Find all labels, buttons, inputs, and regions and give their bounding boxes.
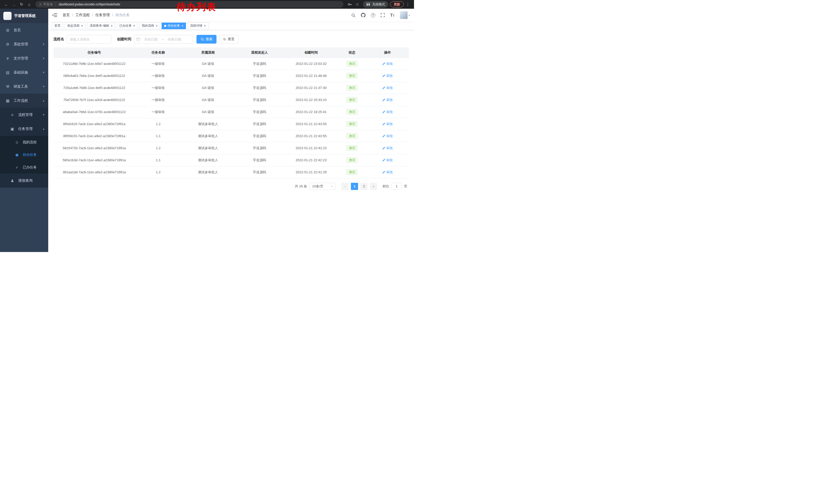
- sidebar-item-todo-tasks[interactable]: ◉ 待办任务: [0, 148, 48, 161]
- sidebar-item-system-management[interactable]: ⚙ 系统管理 ▾: [0, 37, 48, 51]
- page-1-button[interactable]: 1: [351, 183, 358, 190]
- process-name-input[interactable]: [67, 35, 111, 44]
- date-range-picker[interactable]: -: [134, 35, 193, 44]
- cell-task-id: 73211d9d-7b9b-11ec-b5b7-acde48001122: [53, 58, 135, 70]
- approve-link[interactable]: 审批: [382, 122, 393, 126]
- column-header: 任务名称: [135, 47, 181, 58]
- search-icon[interactable]: [351, 13, 356, 17]
- table-row[interactable]: 8f0d1619-7ac8-11ec-a9e2-a2380e71991a 1.2…: [53, 118, 409, 130]
- breadcrumb: 首页 / 工作流程 / 任务管理 / 待办任务: [63, 13, 130, 17]
- table-row[interactable]: 069c6a63-7b8a-11ec-8ef0-acde48001122 一级审…: [53, 70, 409, 82]
- reset-button[interactable]: ↻ 重置: [219, 35, 239, 44]
- browser-menu-icon[interactable]: ⋮: [404, 1, 411, 8]
- home-icon[interactable]: ⌂: [26, 1, 33, 8]
- star-bookmark-icon[interactable]: ☆: [354, 1, 361, 8]
- tab-home[interactable]: 首页: [52, 22, 63, 29]
- approve-link[interactable]: 审批: [382, 86, 393, 90]
- cell-task-name: 1.2: [135, 142, 181, 154]
- back-icon[interactable]: ←: [3, 1, 10, 8]
- cell-task-id: 725a1eb6-7b88-11ec-8ef0-acde48001122: [53, 82, 135, 94]
- forward-icon[interactable]: →: [10, 1, 17, 8]
- table-row[interactable]: 8f059c03-7ac8-11ec-a9e2-a2380e71991a 1.1…: [53, 130, 409, 142]
- sidebar-item-process-management[interactable]: ≡ 流程管理 ▾: [0, 108, 48, 122]
- user-menu[interactable]: ▾: [400, 11, 410, 19]
- cell-created-at: 2022-01-21 22:43:55: [285, 118, 338, 130]
- search-button[interactable]: 搜索: [197, 35, 216, 44]
- approve-link[interactable]: 审批: [382, 146, 393, 150]
- table-row[interactable]: 73211d9d-7b9b-11ec-b5b7-acde48001122 一级审…: [53, 58, 409, 70]
- sidebar-item-done-tasks[interactable]: ✓ 已办任务: [0, 161, 48, 174]
- tab-process-detail[interactable]: 流程详情 ×: [188, 22, 209, 29]
- table-row[interactable]: 381aa1dd-7ac8-11ec-a9e2-a2380e71991a 1.2…: [53, 166, 409, 178]
- cell-task-name: 一级审批: [135, 70, 181, 82]
- approve-link[interactable]: 审批: [382, 98, 393, 102]
- tab-process-form-edit[interactable]: 流程表单-编辑 ×: [87, 22, 115, 29]
- address-bar[interactable]: ⚠ 不安全 dashboard.yudao.iocoder.cn/bpm/tas…: [35, 1, 343, 8]
- approve-link[interactable]: 审批: [382, 158, 393, 163]
- table-row[interactable]: 58154733-7ac8-11ec-a9e2-a2380e71991a 1.2…: [53, 142, 409, 154]
- edit-icon: [382, 98, 385, 101]
- end-date-input[interactable]: [164, 37, 185, 41]
- prev-page-button[interactable]: ‹: [341, 183, 348, 190]
- approve-label: 审批: [386, 134, 393, 138]
- cell-task-id: 8f059c03-7ac8-11ec-a9e2-a2380e71991a: [53, 130, 135, 142]
- github-icon[interactable]: [361, 13, 366, 17]
- table-row[interactable]: a6aba0a4-7b6d-11ec-b781-acde48001122 一级审…: [53, 106, 409, 118]
- sidebar-item-infrastructure[interactable]: ▤ 基础设施 ▾: [0, 65, 48, 80]
- approve-link[interactable]: 审批: [382, 74, 393, 78]
- next-page-button[interactable]: ›: [370, 183, 377, 190]
- question-icon[interactable]: ?: [371, 13, 375, 17]
- chevron-up-icon: ▴: [43, 127, 44, 131]
- cell-created-at: 2022-01-22 20:33:10: [285, 94, 338, 106]
- start-date-input[interactable]: [140, 37, 161, 41]
- close-icon[interactable]: ×: [156, 24, 158, 28]
- table-row[interactable]: 580e1b3d-7ac8-11ec-a9e2-a2380e71991a 1.1…: [53, 154, 409, 166]
- cell-initiator: 芋道源码: [235, 82, 285, 94]
- sidebar-item-leave-query[interactable]: ♟ 请假查询: [0, 174, 48, 188]
- key-icon[interactable]: [346, 1, 353, 8]
- close-icon[interactable]: ×: [204, 24, 206, 28]
- close-icon[interactable]: ×: [111, 24, 113, 28]
- breadcrumb-item[interactable]: 任务管理: [95, 13, 110, 17]
- cell-task-name: 1.1: [135, 154, 181, 166]
- table-row[interactable]: 725a1eb6-7b88-11ec-8ef0-acde48001122 一级审…: [53, 82, 409, 94]
- fullscreen-icon[interactable]: [381, 13, 385, 17]
- approve-label: 审批: [386, 122, 393, 126]
- breadcrumb-item[interactable]: 首页: [63, 13, 70, 17]
- page-size-select[interactable]: 10条/页 ▾: [309, 183, 335, 190]
- sidebar-item-task-management[interactable]: ▣ 任务管理 ▴: [0, 122, 48, 136]
- update-button[interactable]: 更新: [390, 1, 404, 7]
- close-icon[interactable]: ×: [133, 24, 135, 28]
- page-2-button[interactable]: 2: [360, 183, 368, 190]
- sidebar-item-dev-tools[interactable]: ⚒ 研发工具 ▾: [0, 80, 48, 94]
- sidebar-item-home[interactable]: ⊞ 首页: [0, 23, 48, 37]
- edit-icon: [382, 74, 385, 78]
- table-row[interactable]: 75d72608-7b7f-11ec-a3c8-acde48001122 一级审…: [53, 94, 409, 106]
- approve-link[interactable]: 审批: [382, 110, 393, 114]
- breadcrumb-item[interactable]: 工作流程: [75, 13, 90, 17]
- tab-start-process[interactable]: 发起流程 ×: [65, 22, 86, 29]
- font-size-icon[interactable]: TT: [390, 13, 395, 17]
- sidebar-item-workflow[interactable]: ▦ 工作流程 ▴: [0, 94, 48, 108]
- cell-created-at: 2022-01-22 18:25:41: [285, 106, 338, 118]
- process-list-icon: ≡: [10, 112, 15, 117]
- sidebar-fold-icon[interactable]: [52, 13, 58, 17]
- chevron-down-icon: ▾: [43, 71, 44, 74]
- close-icon[interactable]: ×: [81, 24, 83, 28]
- approve-link[interactable]: 审批: [382, 134, 393, 138]
- sidebar-item-label: 首页: [13, 28, 21, 33]
- close-icon[interactable]: ×: [181, 24, 183, 28]
- reload-icon[interactable]: ↻: [18, 1, 25, 8]
- approve-link[interactable]: 审批: [382, 61, 393, 66]
- tab-my-processes[interactable]: 我的流程 ×: [139, 22, 160, 29]
- pagination: 共 16 条 10条/页 ▾ ‹ 1 2 › 前往 页: [55, 183, 407, 190]
- app-logo[interactable]: 芋道管理系统: [0, 9, 48, 23]
- chevron-down-icon: ▾: [43, 113, 44, 117]
- eye-icon: ◉: [14, 152, 19, 157]
- tab-todo-tasks[interactable]: 待办任务 ×: [162, 22, 186, 29]
- approve-link[interactable]: 审批: [382, 170, 393, 175]
- sidebar-item-payment-management[interactable]: ¥ 支付管理 ▾: [0, 51, 48, 65]
- sidebar-item-my-processes[interactable]: ☺ 我的流程: [0, 136, 48, 148]
- tab-done-tasks[interactable]: 已办任务 ×: [117, 22, 138, 29]
- goto-page-input[interactable]: [391, 183, 402, 190]
